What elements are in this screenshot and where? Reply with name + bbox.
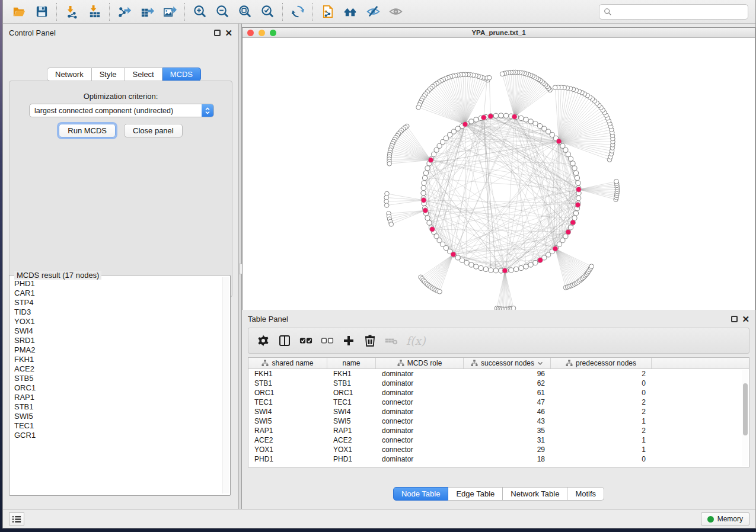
network-view-canvas[interactable] xyxy=(243,38,755,331)
mcds-result-title: MCDS result (17 nodes) xyxy=(14,271,101,280)
column-header-successor-nodes[interactable]: successor nodes xyxy=(464,358,551,368)
cell-predecessor-nodes: 0 xyxy=(551,388,652,398)
zoom-in-icon[interactable] xyxy=(189,2,211,22)
columns-icon[interactable] xyxy=(278,334,291,347)
tab-select[interactable]: Select xyxy=(125,68,162,81)
mcds-result-item[interactable]: GCR1 xyxy=(11,431,222,440)
tab-node-table[interactable]: Node Table xyxy=(393,487,449,501)
task-history-button[interactable] xyxy=(9,512,24,525)
zoom-selected-icon[interactable] xyxy=(256,2,279,22)
save-session-icon[interactable] xyxy=(30,2,53,22)
cell-MCDS-role: dominator xyxy=(376,407,464,416)
close-panel-icon[interactable]: ✕ xyxy=(225,30,232,36)
mcds-result-item[interactable]: TEC1 xyxy=(11,421,222,431)
table-row[interactable]: SWI4SWI4dominator462 xyxy=(248,407,749,416)
mcds-result-item[interactable]: ORC1 xyxy=(11,383,222,393)
mcds-result-item[interactable]: PHD1 xyxy=(11,279,222,289)
cell-shared-name: STB1 xyxy=(248,379,327,388)
tab-network-table[interactable]: Network Table xyxy=(503,487,567,501)
mcds-list-scrollbar[interactable] xyxy=(222,277,229,493)
delete-column-icon[interactable] xyxy=(363,334,377,347)
cell-predecessor-nodes: 2 xyxy=(551,426,652,435)
table-row[interactable]: SWI5SWI5connector431 xyxy=(248,416,749,426)
control-panel: Control Panel ✕ NetworkStyleSelectMCDS O… xyxy=(3,24,238,509)
tab-motifs[interactable]: Motifs xyxy=(567,487,604,501)
float-table-panel-icon[interactable] xyxy=(731,316,738,322)
table-row[interactable]: PHD1PHD1dominator180 xyxy=(248,454,749,464)
cell-successor-nodes: 46 xyxy=(464,407,551,416)
mcds-panel: Optimization criterion: largest connecte… xyxy=(9,81,232,297)
mcds-result-item[interactable]: CAR1 xyxy=(11,289,222,298)
search-input[interactable] xyxy=(615,8,744,16)
hide-selected-icon[interactable] xyxy=(362,2,384,22)
table-scrollbar-thumb[interactable] xyxy=(743,383,748,435)
mcds-result-item[interactable]: SWI5 xyxy=(11,412,222,421)
zoom-out-icon[interactable] xyxy=(211,2,234,22)
export-network-icon[interactable] xyxy=(113,2,136,22)
column-header-MCDS-role[interactable]: MCDS role xyxy=(376,358,464,368)
cell-predecessor-nodes: 0 xyxy=(551,379,652,388)
node-table: shared namenameMCDS rolesuccessor nodesp… xyxy=(248,357,749,467)
export-image-icon[interactable] xyxy=(158,2,181,22)
apply-layout-icon[interactable] xyxy=(286,2,309,22)
tab-edge-table[interactable]: Edge Table xyxy=(448,487,503,501)
mcds-result-item[interactable]: STP4 xyxy=(11,298,222,307)
mcds-result-item[interactable]: FKH1 xyxy=(11,355,222,364)
zoom-fit-icon[interactable] xyxy=(234,2,256,22)
column-label: predecessor nodes xyxy=(576,359,636,367)
mcds-result-item[interactable]: STB5 xyxy=(11,374,222,383)
gear-icon[interactable] xyxy=(257,334,270,347)
table-row[interactable]: STB1STB1dominator620 xyxy=(248,379,749,388)
cell-MCDS-role: dominator xyxy=(376,426,464,435)
cell-name: PHD1 xyxy=(327,454,376,464)
cell-predecessor-nodes: 2 xyxy=(551,407,652,416)
memory-button[interactable]: Memory xyxy=(701,512,749,525)
cell-predecessor-nodes: 1 xyxy=(551,445,652,454)
import-network-icon[interactable] xyxy=(60,2,83,22)
import-table-icon[interactable] xyxy=(83,2,106,22)
new-network-from-selection-icon[interactable] xyxy=(317,2,339,22)
cell-name: SWI4 xyxy=(327,407,376,416)
close-table-panel-icon[interactable]: ✕ xyxy=(742,316,749,322)
table-row[interactable]: ACE2ACE2connector311 xyxy=(248,435,749,445)
add-column-icon[interactable] xyxy=(342,334,355,347)
table-row[interactable]: ORC1ORC1dominator610 xyxy=(248,388,749,398)
mcds-result-list[interactable]: PHD1CAR1STP4TID3YOX1SWI4SRD1PMA2FKH1ACE2… xyxy=(11,279,222,494)
table-row[interactable]: TEC1TEC1connector472 xyxy=(248,398,749,407)
optimization-criterion-select[interactable]: largest connected component (undirected) xyxy=(29,104,214,117)
mcds-result-item[interactable]: TID3 xyxy=(11,307,222,317)
search-box[interactable] xyxy=(599,4,748,20)
column-label: name xyxy=(342,359,360,367)
table-row[interactable]: RAP1RAP1dominator352 xyxy=(248,426,749,435)
column-label: successor nodes xyxy=(481,359,534,367)
open-file-icon[interactable] xyxy=(8,2,30,22)
column-header-predecessor-nodes[interactable]: predecessor nodes xyxy=(551,358,652,368)
tab-style[interactable]: Style xyxy=(92,68,125,81)
mcds-result-item[interactable]: SWI4 xyxy=(11,326,222,336)
cell-MCDS-role: connector xyxy=(376,445,464,454)
first-neighbors-icon[interactable] xyxy=(339,2,362,22)
tab-network[interactable]: Network xyxy=(47,68,92,81)
show-all-icon[interactable] xyxy=(384,2,407,22)
mcds-result-item[interactable]: SRD1 xyxy=(11,336,222,345)
mcds-result-item[interactable]: ACE2 xyxy=(11,364,222,374)
export-table-icon[interactable] xyxy=(136,2,158,22)
mcds-result-item[interactable]: PMA2 xyxy=(11,345,222,355)
close-panel-button[interactable]: Close panel xyxy=(124,124,183,137)
memory-status-icon xyxy=(707,516,714,523)
column-header-shared-name[interactable]: shared name xyxy=(248,358,327,368)
mcds-result-item[interactable]: STB1 xyxy=(11,402,222,412)
mcds-result-item[interactable]: YOX1 xyxy=(11,317,222,326)
run-mcds-button[interactable]: Run MCDS xyxy=(59,124,116,137)
table-scrollbar[interactable] xyxy=(742,370,748,466)
mcds-result-item[interactable]: RAP1 xyxy=(11,393,222,402)
deselect-all-icon[interactable] xyxy=(321,334,334,347)
tab-mcds[interactable]: MCDS xyxy=(162,68,201,81)
float-panel-icon[interactable] xyxy=(214,30,221,36)
mcds-result-group: MCDS result (17 nodes) PHD1CAR1STP4TID3Y… xyxy=(9,275,231,496)
select-all-icon[interactable] xyxy=(299,334,312,347)
table-row[interactable]: YOX1YOX1connector291 xyxy=(248,445,749,454)
network-graph[interactable] xyxy=(243,38,755,331)
table-row[interactable]: FKH1FKH1dominator962 xyxy=(248,369,749,379)
column-header-name[interactable]: name xyxy=(327,358,376,368)
